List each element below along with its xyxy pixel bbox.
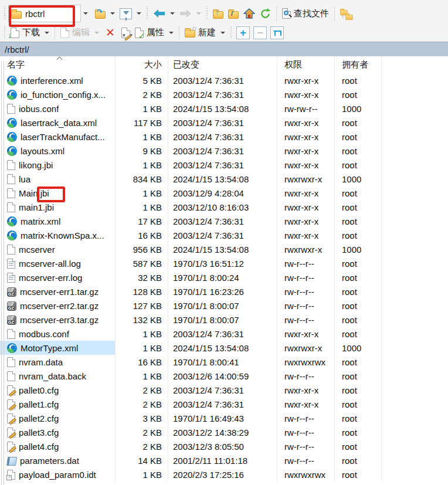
- edit-dropdown[interactable]: [94, 32, 99, 34]
- new-button[interactable]: ✩ 新建: [182, 25, 228, 40]
- column-header-permissions[interactable]: 权限: [277, 56, 335, 73]
- root-directory-button[interactable]: /: [226, 7, 241, 21]
- table-row[interactable]: likong.jbi 1 KB 2003/12/4 7:36:31 rwxr-x…: [0, 158, 448, 172]
- column-header-size[interactable]: 大小: [116, 56, 168, 73]
- toolbar-grip[interactable]: [145, 6, 149, 21]
- table-row[interactable]: mcserver-err2.tar.gz 127 KB 1970/1/1 8:0…: [0, 299, 448, 313]
- directory-tree-button[interactable]: [338, 6, 357, 21]
- table-row[interactable]: interference.xml 5 KB 2003/12/4 7:36:31 …: [0, 73, 448, 87]
- table-row[interactable]: pallet1.cfg 2 KB 2003/12/4 7:36:31 rwxr-…: [0, 397, 448, 411]
- file-changed: 2003/12/4 7:36:31: [168, 130, 277, 144]
- table-row[interactable]: mcserver-err3.tar.gz 132 KB 1970/1/1 8:0…: [0, 313, 448, 327]
- file-file-icon: [7, 329, 15, 339]
- file-size: 1 KB: [116, 200, 168, 214]
- download-button[interactable]: ↓ 下载: [8, 25, 52, 40]
- table-row[interactable]: mcserver 956 KB 2024/1/15 13:54:08 rwxrw…: [0, 242, 448, 256]
- file-name: MotorType.xml: [21, 343, 78, 353]
- file-size: 132 KB: [116, 313, 168, 327]
- properties-button[interactable]: ✓ 属性: [133, 25, 176, 40]
- forward-history-dropdown[interactable]: [196, 12, 201, 15]
- table-row[interactable]: pallet3.cfg 2 KB 2003/12/2 14:38:29 rw-r…: [0, 425, 448, 439]
- new-dropdown[interactable]: [220, 32, 225, 34]
- file-name-cell: likong.jbi: [0, 158, 116, 172]
- toolbar-grip[interactable]: [229, 26, 233, 39]
- file-name: interference.xml: [21, 76, 83, 86]
- delete-button[interactable]: ✕: [101, 25, 119, 40]
- table-row[interactable]: modbus.conf 1 KB 2003/12/4 7:36:31 rwxr-…: [0, 327, 448, 341]
- parent-directory-icon: ↑: [213, 11, 223, 19]
- table-row[interactable]: pallet0.cfg 2 KB 2003/12/4 7:36:31 rwxr-…: [0, 383, 448, 397]
- filter-dropdown[interactable]: [137, 12, 141, 15]
- table-row[interactable]: lua 834 KB 2024/1/15 13:54:08 rwxrwxr-x …: [0, 172, 448, 186]
- table-row[interactable]: main1.jbi 1 KB 2003/12/10 8:16:03 rwxr-x…: [0, 200, 448, 214]
- file-permissions: rwxr-xr-x: [277, 383, 335, 397]
- remove-filter-button[interactable]: −: [253, 26, 267, 39]
- properties-dropdown[interactable]: [169, 32, 174, 34]
- open-directory-dropdown[interactable]: [110, 12, 115, 15]
- table-row[interactable]: nvram.data 16 KB 1970/1/1 8:00:41 rwxrwx…: [0, 355, 448, 369]
- back-button[interactable]: [151, 7, 177, 20]
- parent-directory-button[interactable]: ↑: [211, 7, 226, 21]
- add-filter-button[interactable]: +: [236, 26, 250, 39]
- table-row[interactable]: matrix-KnownSpa.x... 16 KB 2003/12/4 7:3…: [0, 228, 448, 242]
- file-changed: 1970/1/1 16:23:26: [168, 284, 277, 299]
- file-changed: 2003/12/4 7:36:31: [168, 214, 277, 228]
- column-header-owner[interactable]: 拥有者: [335, 56, 382, 73]
- table-row[interactable]: matrix.xml 17 KB 2003/12/4 7:36:31 rwxr-…: [0, 214, 448, 228]
- table-row[interactable]: mcserver-all.log 587 KB 1970/1/3 16:51:1…: [0, 256, 448, 270]
- table-row[interactable]: MotorType.xml 1 KB 2024/1/15 13:54:08 rw…: [0, 341, 448, 355]
- file-size: 1 KB: [116, 467, 168, 481]
- table-row[interactable]: iobus.conf 1 KB 2024/1/15 13:54:08 rw-rw…: [0, 101, 448, 116]
- toolbar-grip[interactable]: [3, 26, 6, 39]
- table-row[interactable]: layouts.xml 9 KB 2003/12/4 7:36:31 rwxr-…: [0, 144, 448, 158]
- column-header-changed[interactable]: 已改变: [168, 56, 277, 73]
- find-files-label: 查找文件: [294, 8, 329, 19]
- filter-list-button[interactable]: [270, 26, 284, 39]
- find-files-button[interactable]: 查找文件: [280, 6, 331, 21]
- toolbar-separator: [179, 26, 179, 39]
- table-row[interactable]: pallet4.cfg 2 KB 2003/12/3 8:05:50 rw-r-…: [0, 439, 448, 453]
- home-directory-button[interactable]: [241, 6, 257, 21]
- table-row[interactable]: mcserver-err1.tar.gz 128 KB 1970/1/1 16:…: [0, 284, 448, 299]
- table-row[interactable]: nvram_data.back 1 KB 2003/12/6 14:00:59 …: [0, 369, 448, 383]
- file-changed: 2003/12/4 7:36:31: [168, 397, 277, 411]
- file-owner: root: [335, 158, 382, 172]
- table-row[interactable]: parameters.dat 14 KB 2001/2/11 11:01:18 …: [0, 453, 448, 467]
- rename-icon: x: [121, 28, 130, 38]
- file-permissions: rw-r--r--: [277, 284, 335, 299]
- address-bar[interactable]: /rbctrl/: [0, 42, 448, 56]
- file-owner: root: [335, 369, 382, 383]
- table-row[interactable]: payload_param0.idt 1 KB 2020/2/3 17:25:1…: [0, 467, 448, 481]
- back-history-dropdown[interactable]: [170, 12, 175, 15]
- file-permissions: rw-r--r--: [277, 299, 335, 313]
- file-name-cell: matrix-KnownSpa.x...: [0, 228, 116, 242]
- table-row[interactable]: mcserver-err.log 32 KB 1970/1/1 8:00:24 …: [0, 270, 448, 284]
- properties-icon: ✓: [135, 28, 144, 38]
- directory-path-combo[interactable]: rbctrl: [8, 5, 81, 22]
- file-file-icon: [7, 202, 15, 212]
- column-header-name[interactable]: 名字: [0, 56, 116, 73]
- open-directory-button[interactable]: ↷: [93, 7, 117, 21]
- file-name-cell: mcserver-err.log: [0, 270, 116, 284]
- path-combo-dropdown[interactable]: [83, 12, 88, 15]
- toolbar-grip[interactable]: [3, 6, 6, 21]
- file-size: 16 KB: [116, 228, 168, 242]
- delete-icon: ✕: [104, 27, 117, 38]
- file-owner: root: [335, 411, 382, 425]
- table-row[interactable]: pallet2.cfg 3 KB 1970/1/1 16:49:43 rw-r-…: [0, 411, 448, 425]
- table-row[interactable]: Main.jbi 1 KB 2003/12/9 4:28:04 rwxr-xr-…: [0, 186, 448, 200]
- rename-button[interactable]: x: [119, 26, 133, 40]
- table-row[interactable]: io_function_config.x... 2 KB 2003/12/4 7…: [0, 87, 448, 101]
- table-row[interactable]: laserTrackManufact... 1 KB 2003/12/4 7:3…: [0, 130, 448, 144]
- filter-button[interactable]: [117, 6, 144, 21]
- edit-button[interactable]: 编辑: [58, 25, 101, 40]
- file-name-cell: pallet0.cfg: [0, 383, 116, 397]
- file-size: 2 KB: [116, 397, 168, 411]
- forward-button[interactable]: [177, 7, 203, 20]
- toolbar-grip[interactable]: [205, 6, 209, 21]
- refresh-button[interactable]: [257, 6, 273, 21]
- table-row[interactable]: lasertrack_data.xml 117 KB 2003/12/4 7:3…: [0, 116, 448, 130]
- file-name-cell: mcserver-err3.tar.gz: [0, 313, 116, 327]
- file-changed: 1970/1/1 8:00:07: [168, 299, 277, 313]
- download-dropdown[interactable]: [45, 32, 49, 34]
